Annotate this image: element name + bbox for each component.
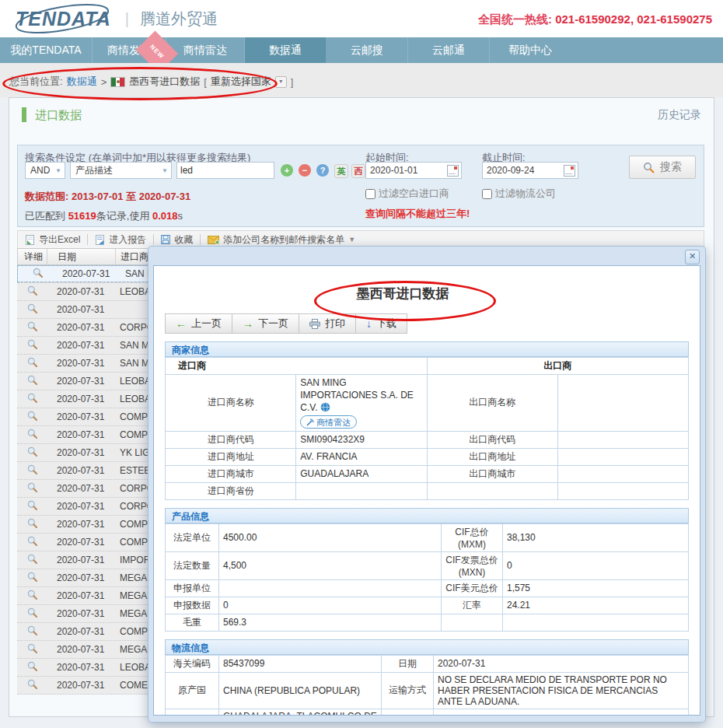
filter-blank-checkbox[interactable] [365,189,375,199]
magnifier-icon[interactable] [17,429,47,441]
field-label: 原产国 [166,672,219,709]
magnifier-icon[interactable] [17,625,47,638]
tab-help-center[interactable]: 帮助中心 [490,37,571,63]
magnifier-icon[interactable] [17,303,47,316]
export-excel-button[interactable]: 导出Excel [18,233,87,247]
favorite-button[interactable]: 收藏 [154,233,200,247]
field-value: 0 [219,597,442,614]
lang-es-button[interactable]: 西 [351,164,365,178]
arrow-right-icon: → [243,317,253,330]
magnifier-icon[interactable] [17,643,47,656]
tab-biz-discovery[interactable]: 商情发现NEW [93,37,166,63]
field-label: 出口商地址 [427,448,557,465]
field-value: AV. FRANCIA [296,448,427,465]
row-date: 2020-07-31 [47,411,115,422]
field-label: CIF总价 (MXM) [442,523,503,551]
reselect-caret-icon[interactable]: ▾ [275,76,287,88]
magnifier-icon[interactable] [17,285,47,298]
interval-warning-text: 查询间隔不能超过三年! [365,207,470,221]
tab-cloud-mail-search[interactable]: 云邮搜 [327,37,408,63]
download-button[interactable]: ↓下载 [356,313,407,334]
biz-radar-badge[interactable]: 商情雷达 [300,415,357,429]
field-value: 24.21 [503,597,689,614]
help-button[interactable]: ? [316,164,329,177]
globe-icon[interactable] [320,402,330,412]
magnifier-icon[interactable] [17,446,47,459]
magnifier-icon[interactable] [17,339,47,352]
breadcrumb-datatong-link[interactable]: 数据通 [67,75,97,89]
row-date: 2020-07-31 [47,376,115,387]
row-date: 2020-07-31 [47,322,115,333]
magnifier-icon[interactable] [17,411,47,423]
magnifier-icon[interactable] [17,590,47,602]
field-label [382,709,434,716]
panel-title: 进口数据 [35,108,82,123]
magnifier-icon[interactable] [17,321,47,334]
row-date: 2020-07-31 [47,608,115,619]
field-value [557,431,688,448]
calendar-icon[interactable] [447,165,459,177]
section-logistics: 海关编码 85437099 日期 2020-07-31 原产国 CHINA (R… [165,655,689,716]
field-select[interactable]: 产品描述▼ [70,162,172,179]
keyword-input[interactable] [176,162,274,179]
main-nav: 我的TENDATA 商情发现NEW 商情雷达 数据通 云邮搜 云邮通 帮助中心 [0,37,723,63]
operator-select[interactable]: AND▼ [25,162,65,179]
field-value: 4500.00 [219,523,442,551]
add-condition-button[interactable]: + [281,164,293,177]
radar-icon [306,418,314,426]
search-button[interactable]: 搜索 [629,156,696,179]
lang-en-button[interactable]: 英 [334,164,348,178]
calendar-icon[interactable] [564,165,575,177]
magnifier-icon[interactable] [17,554,47,566]
row-date: 2020-07-31 [47,465,115,476]
magnifier-icon[interactable] [23,268,52,280]
reselect-country-link[interactable]: 重新选择国家 [211,75,271,89]
tab-my-tendata[interactable]: 我的TENDATA [0,37,93,63]
magnifier-icon[interactable] [17,500,47,513]
enter-report-button[interactable]: 进入报告 [88,233,153,247]
product-name: 腾道外贸通 [140,9,218,30]
close-icon[interactable]: ✕ [685,250,700,264]
remove-condition-button[interactable]: − [299,164,311,177]
next-page-button[interactable]: →下一页 [232,313,299,334]
magnifier-icon[interactable] [17,375,47,387]
prev-page-button[interactable]: ←上一页 [165,313,232,334]
add-mail-list-button[interactable]: 添加公司名称到邮件搜索名单 ▼ [201,233,362,247]
field-value [219,579,442,597]
filter-logistics-checkbox[interactable] [482,189,492,199]
magnifier-icon[interactable] [17,518,47,530]
row-date: 2020-07-31 [47,572,115,583]
breadcrumb-strip: 您当前位置: 数据通 > 墨西哥进口数据 [ 重新选择国家 ▾ ] [0,63,723,97]
magnifier-icon[interactable] [17,661,47,674]
magnifier-icon[interactable] [17,572,47,584]
field-label: 申报数据 [166,597,219,614]
magnifier-icon[interactable] [17,536,47,548]
print-button[interactable]: 打印 [299,313,356,334]
section-merchant-header: 商家信息 [165,341,689,357]
magnifier-icon[interactable] [17,607,47,620]
magnifier-icon[interactable] [17,393,47,405]
logo-text: TENDATA [16,8,111,30]
modal-nav-buttons: ←上一页 →下一页 打印 ↓下载 [165,313,700,334]
row-date: 2020-07-31 [47,662,115,673]
tab-biz-radar[interactable]: 商情雷达 [166,37,245,63]
hotline-label: 全国统一热线: [478,12,552,26]
field-value [557,465,688,482]
magnifier-icon[interactable] [17,464,47,477]
start-date-input[interactable]: 2020-01-01 [365,162,462,179]
row-date: 2020-07-31 [47,519,115,530]
magnifier-icon[interactable] [17,357,47,369]
excel-icon [25,235,35,245]
history-link[interactable]: 历史记录 [658,108,701,122]
end-date-input[interactable]: 2020-09-24 [482,162,578,179]
section-product: 法定单位 4500.00 CIF总价 (MXM) 38,130 法定数量 4,5… [165,523,689,632]
field-label: 出口商名称 [427,375,557,432]
tab-datatong[interactable]: 数据通 [245,37,327,63]
table-row[interactable]: 2020-07-31SAN MIN [17,265,168,282]
magnifier-icon [643,162,655,173]
tab-cloud-mail[interactable]: 云邮通 [408,37,490,63]
magnifier-icon[interactable] [17,482,47,495]
app-screen: TENDATA | 腾道外贸通 全国统一热线: 021-61590292, 02… [0,0,723,728]
magnifier-icon[interactable] [17,679,47,691]
mail-icon [208,236,219,244]
